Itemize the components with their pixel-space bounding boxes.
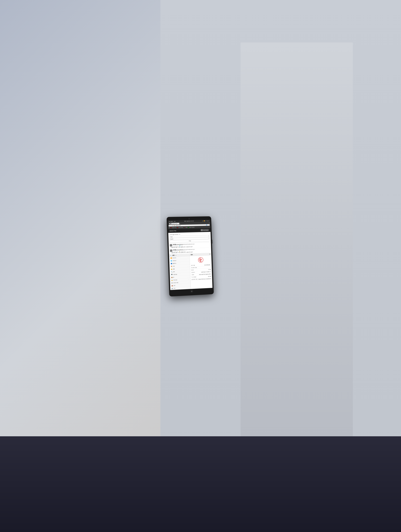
online-accounts-arrow: › <box>189 282 189 283</box>
split-view: 🔍 설정 ≡ 📶 와이파이 🌐 네트워크 <box>169 253 213 290</box>
bookmark-latest-news[interactable]: Latest News <box>177 227 183 228</box>
bookmark-audio-label: Audio Station <box>189 227 195 228</box>
new-tab-button[interactable]: + <box>180 223 181 224</box>
address-text[interactable]: hackers.pub <box>175 225 181 226</box>
network-settings-icon: 🌐 <box>171 260 172 261</box>
post-button[interactable]: Post <box>170 239 210 242</box>
feed-author-handle-2: @hongminhee@hackers.pub <box>183 249 195 250</box>
status-bar-left: 현재 활동 설정 <box>169 221 175 222</box>
settings-online-accounts-label: 온라인 계정 <box>173 282 178 284</box>
debian-favicon <box>171 227 172 228</box>
settings-wifi-label: 와이파이 <box>172 257 176 259</box>
forward-button[interactable]: → <box>171 225 172 226</box>
device-name-chevron: › <box>210 264 211 265</box>
info-os-value: Debian GNU/Linux 12 (bookworm) <box>198 278 211 280</box>
user-name: Ahn Kiwook <box>203 230 208 231</box>
info-title: 정보 <box>191 254 193 256</box>
tab-back-arrow[interactable]: ‹ <box>168 223 169 224</box>
close-window-button[interactable]: ✕ <box>209 222 210 224</box>
hackers-pub-logo: Hackers' Pub <box>169 230 176 231</box>
room-background: 현재 활동 설정 3월 11일(화) 14:25:15 en 📶 🔊 88 % … <box>0 0 401 532</box>
search-settings-icon: 🔍 <box>171 271 172 273</box>
info-memory-value: 2.0 GB <box>208 269 211 270</box>
bookmark-help-label: Help <box>186 227 188 228</box>
browser-chrome: ‹ Hackers' Pub ✕ + ✕ ← → ↻ 🏠 <box>168 222 210 229</box>
bookmark-debian-label: Debian.org <box>172 227 176 228</box>
help-icon: ❓ <box>184 227 185 228</box>
apps-grid[interactable]: ⊞ <box>169 227 170 228</box>
compose-area: I can't type Korean. T.T Public English … <box>168 232 211 244</box>
apps-icon: 📦 <box>171 277 173 278</box>
settings-appearance-label: 모양 <box>173 266 175 267</box>
debian-logo <box>198 257 203 263</box>
audio-favicon <box>188 227 189 228</box>
browser-tab-active[interactable]: Hackers' Pub ✕ <box>169 223 180 225</box>
info-device-name-label: 장치 이름 <box>191 265 195 266</box>
online-accounts-icon: @ <box>171 282 173 284</box>
settings-bluetooth-label: 블루투스 <box>173 263 176 264</box>
bookmark-audio-station[interactable]: Audio Station <box>188 227 195 228</box>
settings-network-label: 네트워크 <box>173 260 176 261</box>
status-settings[interactable]: 설정 <box>174 221 176 222</box>
desk <box>0 436 401 532</box>
settings-search-label: 검색 <box>173 271 175 272</box>
home-button[interactable]: ⊞ <box>190 290 193 293</box>
info-disk-value: 30.6 GB <box>208 276 211 277</box>
settings-menu-icon[interactable]: ≡ <box>175 255 176 256</box>
tablet-screen: 현재 활동 설정 3월 11일(화) 14:25:15 en 📶 🔊 88 % … <box>168 220 213 290</box>
settings-sharing-label: 공유 <box>174 285 175 286</box>
reload-button[interactable]: ↻ <box>173 225 173 226</box>
privacy-icon: 🔒 <box>171 279 173 281</box>
info-close-button[interactable]: ✕ <box>209 253 210 255</box>
settings-apps-label: 앱 <box>173 277 174 278</box>
system-info-panel: 정보 ✕ 장치 이름 <box>189 253 213 289</box>
home-button[interactable]: 🏠 <box>174 225 175 226</box>
info-hardware-label: 하드웨어 모델 <box>191 267 197 268</box>
tablet-body: 현재 활동 설정 3월 11일(화) 14:25:15 en 📶 🔊 88 % … <box>167 216 214 297</box>
info-memory-label: 메모리 <box>191 270 194 271</box>
appearance-icon: 🎨 <box>171 266 172 267</box>
address-bar-icons: ☆ 👤 ⋮ <box>205 224 209 225</box>
info-device-name-value[interactable]: aioo-debianpad › <box>204 264 211 266</box>
settings-search-icon[interactable]: 🔍 <box>170 255 171 256</box>
menu-dots[interactable]: ⋮ <box>208 224 209 225</box>
status-bar-right: en 📶 🔊 88 % <box>202 220 209 222</box>
front-camera <box>189 218 190 219</box>
feed-author-name-2[interactable]: 洪民憙 (Hong Minhee) <box>173 249 183 251</box>
info-graphics-value: Mesa Intel® HD Graphics (BYT) <box>199 273 211 275</box>
status-time: 3월 11일(화) 14:25:15 <box>184 221 194 222</box>
tab-favicon <box>170 223 171 224</box>
info-disk-label: 디스크 용량 <box>191 276 196 278</box>
multitasking-icon: 🖥️ <box>171 274 173 275</box>
tablet-device: 현재 활동 설정 3월 11일(화) 14:25:15 en 📶 🔊 88 % … <box>167 216 214 297</box>
privacy-arrow: › <box>189 279 189 280</box>
profile-icon[interactable]: 👤 <box>206 225 207 226</box>
debian-logo-area <box>190 255 212 265</box>
user-profile-button[interactable]: Ahn Kiwook <box>200 229 209 231</box>
sharing-icon: 📤 <box>172 285 173 286</box>
news-favicon <box>177 227 178 228</box>
back-button[interactable]: ← <box>170 225 171 226</box>
info-graphics-label: 그래픽 <box>191 274 194 276</box>
feed-avatar-1 <box>170 244 172 247</box>
tab-close-button[interactable]: ✕ <box>178 223 179 224</box>
settings-sound-label: 소리 <box>174 288 175 289</box>
feed-author-name-1[interactable]: 洪民憙 (Hong Minhee) <box>173 244 183 245</box>
info-processor-value: Intel® Atom™ Z3735F × 4 <box>201 271 211 273</box>
bookmark-star[interactable]: ☆ <box>205 225 206 226</box>
bookmark-help[interactable]: ❓ Help <box>184 227 188 228</box>
volume-icon: 🔊 <box>206 220 207 222</box>
status-current-activity[interactable]: 현재 활동 <box>169 221 173 222</box>
settings-privacy-label: 개인 정보 <box>173 279 177 281</box>
settings-panel: 🔍 설정 ≡ 📶 와이파이 🌐 네트워크 <box>169 253 191 290</box>
hackers-pub-app: Hackers' Pub Ahn Kiwook I can't type Kor… <box>168 228 213 290</box>
bookmark-debian[interactable]: Debian.org <box>171 227 176 228</box>
feed-avatar-2 <box>170 250 172 252</box>
sound-icon: 🔊 <box>172 288 173 289</box>
user-avatar <box>201 229 203 231</box>
bluetooth-settings-icon: 🔵 <box>171 263 172 264</box>
wifi-icon: 📶 <box>204 220 205 222</box>
settings-multitasking-label: 다중 채널 <box>173 274 177 275</box>
notifications-icon: 🔔 <box>171 268 172 270</box>
settings-notifications-label: 알림 <box>173 268 175 270</box>
